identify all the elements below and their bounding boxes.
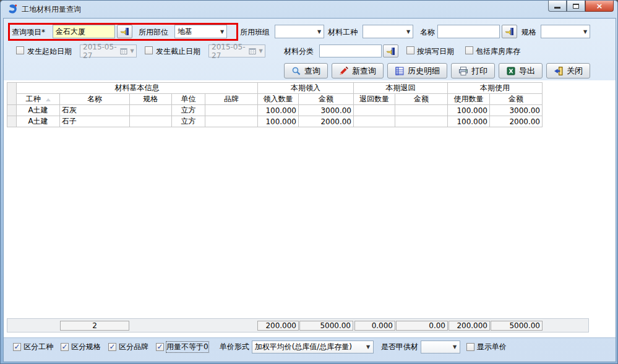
owner-supplied-label: 是否甲供材 (381, 342, 418, 352)
close-door-icon (554, 66, 564, 76)
toolbar: 查询 新查询 历史明细 打印 导出 关闭 (1, 63, 590, 78)
cell-trade[interactable]: A土建 (17, 116, 60, 127)
col-header-spec[interactable]: 规格 (130, 94, 172, 105)
distinguish-brand-label: 区分品牌 (119, 342, 148, 352)
print-button[interactable]: 打印 (451, 63, 495, 78)
col-header-returned-amount[interactable]: 金额 (395, 94, 448, 105)
price-mode-select[interactable]: 加权平均价(总库值/总库存量) ▼ (252, 341, 374, 353)
footer-separator (4, 337, 616, 338)
cell-name[interactable]: 石灰 (60, 105, 130, 116)
end-date-field[interactable]: 2015-05-27 ▼ (208, 44, 265, 57)
query-project-lookup-button[interactable] (117, 25, 132, 38)
cell-brand[interactable] (205, 116, 258, 127)
print-icon (458, 66, 468, 76)
col-header-used-amount[interactable]: 金额 (490, 94, 543, 105)
cell-spec[interactable] (130, 116, 172, 127)
cell-spec[interactable] (130, 105, 172, 116)
close-window-button[interactable]: 关闭 (546, 63, 590, 78)
start-date-checkbox[interactable] (16, 46, 24, 54)
show-unit-price-checkbox[interactable] (466, 343, 474, 351)
col-header-trade[interactable]: 工种 (17, 94, 60, 105)
cell-trade[interactable]: A土建 (17, 105, 60, 116)
cell-used-amount[interactable]: 2000.00 (490, 116, 543, 127)
cell-brand[interactable] (205, 105, 258, 116)
cell-received-amount[interactable]: 3000.00 (299, 105, 354, 116)
row-selector[interactable] (7, 105, 17, 116)
team-select[interactable]: ▼ (275, 25, 324, 38)
used-part-select[interactable]: 地基▼ (174, 25, 227, 38)
col-header-received-amount[interactable]: 金额 (299, 94, 354, 105)
column-header-row: 工种 名称 规格 单位 品牌 领入数量 金额 退回数量 金额 使用数量 金额 (7, 94, 543, 105)
minimize-icon (554, 7, 560, 9)
team-label: 所用班组 (240, 27, 270, 37)
col-header-used-qty[interactable]: 使用数量 (448, 94, 490, 105)
col-header-name[interactable]: 名称 (60, 94, 130, 105)
include-warehouse-checkbox[interactable] (465, 46, 473, 54)
price-mode-label: 单价形式 (220, 342, 249, 352)
material-category-label: 材料分类 (284, 46, 314, 56)
material-trade-select[interactable]: ▼ (363, 25, 413, 38)
export-button[interactable]: 导出 (499, 63, 543, 78)
name-input[interactable] (437, 25, 500, 38)
close-button[interactable]: × (585, 1, 614, 12)
distinguish-trade-label: 区分工种 (24, 342, 53, 352)
material-category-lookup-button[interactable] (383, 44, 398, 57)
cell-unit[interactable]: 立方 (172, 105, 205, 116)
cell-returned-amount[interactable] (395, 116, 448, 127)
cell-unit[interactable]: 立方 (172, 116, 205, 127)
table-row[interactable]: A土建 石灰 立方 100.000 3000.00 100.000 3000.0… (7, 105, 543, 116)
query-project-input[interactable]: 金石大厦 (53, 25, 115, 38)
cell-received-amount[interactable]: 2000.00 (299, 116, 354, 127)
col-header-returned-qty[interactable]: 退回数量 (354, 94, 395, 105)
name-lookup-button[interactable] (502, 25, 517, 38)
table-row[interactable]: A土建 石子 立方 100.000 2000.00 100.000 2000.0… (7, 116, 543, 127)
chevron-down-icon: ▼ (450, 344, 460, 350)
cell-used-qty[interactable]: 100.000 (448, 105, 490, 116)
summary-strip: 2 200.000 5000.00 0.000 0.00 200.000 500… (7, 318, 589, 332)
maximize-button[interactable] (567, 1, 585, 12)
summary-row-count: 2 (60, 321, 129, 331)
group-received: 本期领入 (258, 83, 354, 94)
cell-returned-amount[interactable] (395, 105, 448, 116)
cell-returned-qty[interactable] (354, 105, 395, 116)
cell-used-qty[interactable]: 100.000 (448, 116, 490, 127)
usage-not-zero-checkbox[interactable]: ✓ (156, 343, 164, 351)
cell-received-qty[interactable]: 100.000 (258, 105, 299, 116)
chevron-down-icon: ▼ (581, 29, 590, 35)
minimize-button[interactable] (548, 1, 567, 12)
row-selector[interactable] (7, 116, 17, 127)
query-button[interactable]: 查询 (284, 63, 328, 78)
app-window: 工地材料用量查询 × 查询项目* 金石大厦 所用部位 地基▼ 所用班组 ▼ 材料… (0, 0, 618, 364)
distinguish-brand-checkbox[interactable]: ✓ (108, 343, 116, 351)
start-date-field[interactable]: 2015-05-27 ▼ (80, 44, 137, 57)
row-selector-header (7, 83, 17, 105)
new-query-button[interactable]: 新查询 (332, 63, 384, 78)
app-icon (7, 4, 18, 15)
col-header-unit[interactable]: 单位 (172, 94, 205, 105)
name-label: 名称 (420, 27, 435, 37)
group-returned: 本期退回 (354, 83, 448, 94)
cell-name[interactable]: 石子 (60, 116, 130, 127)
distinguish-trade-checkbox[interactable]: ✓ (13, 343, 21, 351)
summary-received-amount: 5000.00 (299, 321, 353, 331)
chevron-down-icon: ▼ (315, 29, 324, 35)
cell-used-amount[interactable]: 3000.00 (490, 105, 543, 116)
by-fill-date-checkbox[interactable] (406, 46, 414, 54)
material-category-input[interactable] (319, 44, 382, 57)
distinguish-spec-checkbox[interactable]: ✓ (61, 343, 69, 351)
col-header-brand[interactable]: 品牌 (205, 94, 258, 105)
end-date-label: 发生截止日期 (156, 46, 200, 56)
start-date-label: 发生起始日期 (27, 46, 72, 56)
window-controls: × (548, 1, 614, 12)
title-bar[interactable]: 工地材料用量查询 × (1, 1, 618, 18)
end-date-checkbox[interactable] (145, 46, 153, 54)
summary-received-qty: 200.000 (257, 321, 299, 331)
cell-returned-qty[interactable] (354, 116, 395, 127)
owner-supplied-select[interactable]: ▼ (421, 341, 460, 353)
cell-received-qty[interactable]: 100.000 (258, 116, 299, 127)
history-detail-button[interactable]: 历史明细 (387, 63, 447, 78)
new-query-icon (339, 66, 349, 76)
col-header-received-qty[interactable]: 领入数量 (258, 94, 299, 105)
query-project-label: 查询项目* (12, 27, 45, 37)
spec-select[interactable]: ▼ (541, 25, 590, 38)
